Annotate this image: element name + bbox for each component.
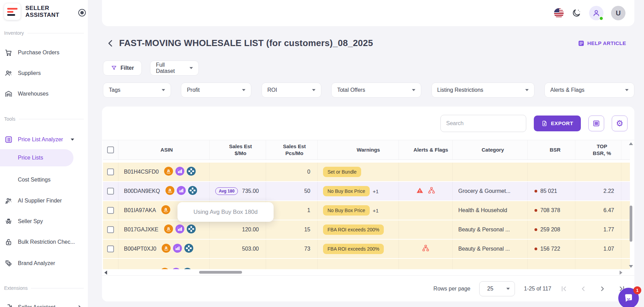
col-top-bsr[interactable]: TOPBSR, % [575, 140, 621, 160]
first-page-button[interactable] [560, 285, 568, 293]
next-page-button[interactable] [599, 285, 606, 293]
sidebar-item-price-lists[interactable]: Price Lists [0, 152, 88, 164]
language-flag-icon[interactable] [554, 8, 564, 18]
chart-icon[interactable] [177, 186, 186, 196]
warning-more[interactable]: +1 [373, 208, 379, 213]
col-category[interactable]: Category [453, 140, 528, 160]
warning-badge[interactable]: FBA ROI exceeds 200% [323, 244, 384, 254]
variations-icon[interactable] [428, 187, 435, 196]
asin-text[interactable]: B00DAN9EKQ [124, 188, 160, 194]
filter-tags[interactable]: Tags [103, 83, 171, 98]
settings-button[interactable]: ⚙ [612, 116, 628, 131]
horizontal-scroll-thumb[interactable] [199, 271, 242, 274]
rows-per-page-select[interactable]: 25 [479, 281, 515, 296]
bsr-dot-icon [534, 248, 537, 250]
dataset-select[interactable]: Full Dataset [150, 61, 199, 76]
chevron-down-icon [71, 139, 74, 141]
filter-button[interactable]: Filter [103, 61, 142, 76]
chart-icon[interactable] [175, 167, 184, 177]
cross-grid-icon[interactable] [188, 186, 197, 196]
cross-grid-icon[interactable] [187, 167, 196, 177]
sidebar-item-cost-settings[interactable]: Cost Settings [0, 174, 88, 186]
spy-icon [4, 217, 13, 226]
vertical-scroll-thumb[interactable] [630, 206, 632, 242]
svg-text:a: a [165, 245, 168, 250]
table-row[interactable]: B017GAJXKE a 120.00 15 FBA ROI exceeds 2… [103, 220, 630, 240]
avg-180-badge[interactable]: Avg 180 [215, 187, 238, 195]
warning-badge[interactable]: No Buy Box Price [323, 186, 370, 196]
cross-grid-icon[interactable] [184, 244, 193, 254]
asin-text[interactable]: B01IA97AKA [124, 207, 156, 213]
bsr-value: 259 208 [540, 227, 560, 233]
warning-badge[interactable]: Set or Bundle [323, 167, 361, 177]
user-initial-avatar[interactable]: U [611, 6, 625, 20]
warning-badge[interactable]: FBA ROI exceeds 200% [323, 224, 384, 235]
previous-page-button[interactable] [579, 285, 587, 293]
table-row[interactable]: B00DAN9EKQ a Avg 180735.00 50 No Buy Box… [103, 182, 630, 201]
col-sales-est-mo[interactable]: Sales Est$/Mo [210, 140, 266, 160]
sidebar-item-price-list-analyzer[interactable]: Price List Analyzer [0, 133, 88, 146]
col-alerts-flags[interactable]: Alerts & Flags [399, 140, 453, 160]
columns-button[interactable] [588, 116, 604, 131]
chart-icon[interactable] [173, 244, 182, 254]
sidebar-item-ai-supplier-finder[interactable]: AI Supplier Finder [0, 195, 88, 207]
chart-icon[interactable] [175, 224, 184, 235]
col-bsr[interactable]: BSR [528, 140, 575, 160]
scroll-up-icon[interactable] [629, 142, 633, 145]
top-bsr-value: 2.22 [603, 188, 614, 194]
dark-mode-moon-icon[interactable] [571, 8, 582, 18]
table-header: ASIN Sales Est$/Mo Sales EstPcs/Mo Warni… [103, 140, 630, 160]
search-input[interactable] [440, 115, 526, 132]
sidebar-item-seller-assistant-extension[interactable]: Seller Assistant [0, 301, 88, 307]
row-checkbox[interactable] [107, 168, 114, 175]
sidebar-item-seller-spy[interactable]: Seller Spy [0, 215, 88, 228]
help-article-link[interactable]: HELP ARTICLE [578, 40, 626, 47]
row-checkbox[interactable] [107, 188, 114, 195]
section-inventory: Inventory [4, 30, 84, 36]
filter-profit[interactable]: Profit [181, 83, 251, 98]
filter-total-offers[interactable]: Total Offers [331, 83, 421, 98]
select-all-checkbox[interactable] [107, 146, 114, 153]
sidebar-item-brand-analyzer[interactable]: Brand Analyzer [0, 257, 88, 270]
sidebar-item-bulk-restriction-checker[interactable]: Bulk Restriction Chec... [0, 236, 88, 248]
sales-est-value: 735.00 [242, 188, 259, 194]
scroll-left-icon[interactable] [104, 271, 107, 275]
asin-text[interactable]: B004PT0XJ0 [124, 246, 156, 252]
export-button[interactable]: EXPORT [534, 116, 581, 131]
back-button[interactable] [106, 39, 115, 48]
scroll-down-icon[interactable] [629, 265, 633, 268]
warning-triangle-icon[interactable] [416, 187, 424, 196]
amazon-icon[interactable]: a [164, 167, 173, 177]
category-text: Grocery & Gourmet... [458, 188, 510, 194]
variations-icon[interactable] [422, 244, 429, 253]
account-avatar[interactable] [589, 6, 603, 20]
vertical-scrollbar[interactable] [629, 141, 633, 269]
sidebar-item-warehouses[interactable]: Warehouses [0, 88, 88, 100]
table-row-partial[interactable]: a [103, 259, 630, 269]
filter-roi[interactable]: ROI [262, 83, 321, 98]
scroll-right-icon[interactable] [620, 271, 622, 275]
cross-grid-icon[interactable] [187, 224, 196, 235]
filter-alerts-flags[interactable]: Alerts & Flags [544, 83, 634, 98]
amazon-icon[interactable]: a [162, 244, 171, 254]
table-row[interactable]: B004PT0XJ0 a 503.00 73 FBA ROI exceeds 2… [103, 240, 630, 259]
asin-text[interactable]: B01H4CSFD0 [124, 169, 159, 175]
asin-text[interactable]: B017GAJXKE [124, 227, 159, 233]
warning-more[interactable]: +1 [373, 188, 379, 194]
amazon-icon[interactable]: a [164, 224, 173, 235]
amazon-icon[interactable]: a [161, 205, 170, 216]
row-checkbox[interactable] [107, 245, 114, 252]
sidebar-item-purchase-orders[interactable]: Purchase Orders [0, 46, 88, 59]
sidebar-collapse-toggle-icon[interactable] [78, 9, 86, 17]
col-warnings[interactable]: Warnings [318, 140, 399, 160]
filter-listing-restrictions[interactable]: Listing Restrictions [432, 83, 534, 98]
row-checkbox[interactable] [107, 226, 114, 233]
col-asin[interactable]: ASIN [118, 140, 210, 160]
table-row[interactable]: B01H4CSFD0 a 0 Set or Bundle [103, 163, 630, 182]
amazon-icon[interactable]: a [165, 186, 174, 196]
sidebar-item-suppliers[interactable]: Suppliers [0, 67, 88, 79]
row-checkbox[interactable] [107, 207, 114, 214]
horizontal-scrollbar[interactable] [103, 269, 630, 275]
col-sales-est-pcs[interactable]: Sales EstPcs/Mo [266, 140, 318, 160]
warning-badge[interactable]: No Buy Box Price [323, 205, 370, 216]
